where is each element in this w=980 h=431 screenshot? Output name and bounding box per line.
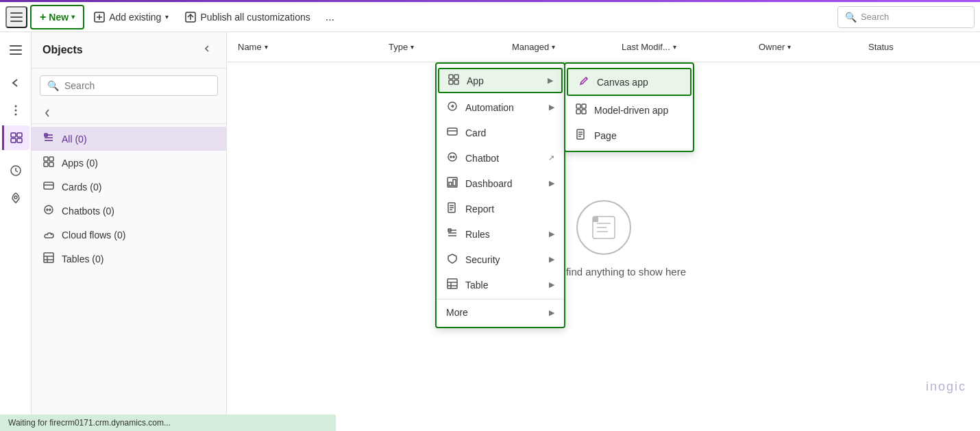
collapse-button[interactable] bbox=[199, 40, 215, 60]
app-menu-icon bbox=[448, 74, 460, 87]
nav-item-cloud-flows[interactable]: Cloud flows (0) bbox=[32, 223, 226, 247]
empty-icon bbox=[576, 200, 631, 255]
dashboard-chevron: ▶ bbox=[549, 179, 554, 188]
svg-rect-24 bbox=[44, 157, 48, 161]
nav-item-tables[interactable]: Tables (0) bbox=[32, 247, 226, 271]
publish-button[interactable]: Publish all customizations bbox=[178, 5, 317, 29]
svg-rect-70 bbox=[576, 110, 580, 114]
strip-rocket[interactable] bbox=[3, 186, 28, 210]
new-button[interactable]: + New ▾ bbox=[30, 5, 84, 29]
main-layout: Objects 🔍 bbox=[0, 32, 980, 415]
menu-item-dashboard[interactable]: Dashboard ▶ bbox=[437, 171, 564, 196]
submenu-canvas-app[interactable]: Canvas app bbox=[567, 68, 691, 96]
card-menu-label: Card bbox=[465, 127, 486, 138]
col-managed[interactable]: Managed ▾ bbox=[512, 42, 594, 52]
app-submenu: Canvas app Model-driven app bbox=[564, 62, 694, 152]
search-magnifier-icon: 🔍 bbox=[845, 12, 857, 23]
security-icon bbox=[446, 253, 458, 266]
col-owner[interactable]: Owner ▾ bbox=[759, 42, 841, 52]
nav-item-apps[interactable]: Apps (0) bbox=[32, 151, 226, 175]
menu-item-card[interactable]: Card bbox=[437, 120, 564, 145]
content-area: Name ▾ Type ▾ Managed ▾ Last Modif... ▾ … bbox=[227, 32, 980, 415]
svg-rect-0 bbox=[10, 12, 23, 14]
submenu-model-driven[interactable]: Model-driven app bbox=[565, 97, 693, 123]
col-modified[interactable]: Last Modif... ▾ bbox=[622, 42, 731, 52]
watermark: inogic bbox=[926, 380, 966, 394]
menu-item-chatbot[interactable]: Chatbot ↗ bbox=[437, 145, 564, 171]
svg-line-67 bbox=[586, 77, 587, 79]
canvas-app-label: Canvas app bbox=[597, 77, 648, 88]
submenu-page[interactable]: Page bbox=[565, 123, 693, 148]
objects-panel: Objects 🔍 bbox=[32, 32, 227, 415]
svg-rect-53 bbox=[449, 182, 452, 186]
cloud-flows-icon bbox=[42, 228, 55, 241]
publish-icon bbox=[185, 12, 196, 23]
rules-label: Rules bbox=[465, 229, 490, 240]
strip-objects[interactable] bbox=[2, 125, 29, 150]
hamburger-button[interactable] bbox=[5, 6, 27, 28]
svg-rect-63 bbox=[448, 279, 457, 288]
svg-point-11 bbox=[14, 106, 16, 108]
plus-icon: + bbox=[40, 11, 46, 23]
col-owner-label: Owner bbox=[759, 42, 785, 52]
col-type[interactable]: Type ▾ bbox=[389, 42, 485, 52]
svg-rect-45 bbox=[454, 80, 458, 84]
menu-item-report[interactable]: Report bbox=[437, 196, 564, 221]
svg-point-30 bbox=[45, 206, 53, 214]
svg-rect-15 bbox=[17, 133, 22, 137]
svg-rect-33 bbox=[44, 253, 53, 262]
more-chevron: ▶ bbox=[549, 308, 554, 317]
search-input[interactable] bbox=[64, 80, 210, 91]
svg-point-13 bbox=[14, 114, 16, 116]
all-icon bbox=[42, 132, 55, 145]
svg-point-50 bbox=[450, 156, 452, 158]
nav-label-all: All (0) bbox=[62, 134, 87, 145]
col-managed-sort: ▾ bbox=[552, 43, 555, 51]
objects-header: Objects bbox=[32, 32, 226, 69]
menu-item-more[interactable]: More ▶ bbox=[437, 301, 564, 324]
security-chevron: ▶ bbox=[549, 255, 554, 264]
table-chevron: ▶ bbox=[549, 280, 554, 289]
nav-item-all[interactable]: All (0) bbox=[32, 127, 226, 151]
svg-point-51 bbox=[453, 156, 454, 158]
svg-point-19 bbox=[14, 196, 17, 199]
menu-item-table[interactable]: Table ▶ bbox=[437, 272, 564, 297]
publish-label: Publish all customizations bbox=[200, 12, 310, 23]
chevron-down-icon: ▾ bbox=[71, 13, 75, 21]
back-nav[interactable] bbox=[32, 103, 226, 124]
col-managed-label: Managed bbox=[512, 42, 549, 52]
nav-item-cards[interactable]: Cards (0) bbox=[32, 175, 226, 199]
svg-point-31 bbox=[47, 209, 48, 210]
dashboard-icon bbox=[446, 177, 458, 190]
add-existing-chevron: ▾ bbox=[165, 13, 169, 21]
strip-history[interactable] bbox=[3, 158, 28, 183]
nav-label-cloud-flows: Cloud flows (0) bbox=[62, 230, 125, 241]
strip-back[interactable] bbox=[3, 71, 28, 95]
col-name[interactable]: Name ▾ bbox=[238, 42, 361, 52]
svg-rect-17 bbox=[17, 138, 22, 143]
nav-item-chatbots[interactable]: Chatbots (0) bbox=[32, 199, 226, 223]
svg-rect-43 bbox=[454, 75, 458, 79]
menu-item-security[interactable]: Security ▶ bbox=[437, 247, 564, 272]
col-type-sort: ▾ bbox=[411, 43, 414, 51]
table-header: Name ▾ Type ▾ Managed ▾ Last Modif... ▾ … bbox=[227, 32, 980, 62]
svg-rect-1 bbox=[10, 16, 23, 18]
menu-item-automation[interactable]: Automation ▶ bbox=[437, 95, 564, 120]
app-menu-label: App bbox=[467, 75, 484, 86]
chatbots-icon bbox=[42, 204, 55, 217]
search-box-icon: 🔍 bbox=[47, 80, 59, 91]
model-driven-icon bbox=[575, 103, 587, 116]
strip-dots[interactable] bbox=[3, 98, 28, 123]
dashboard-label: Dashboard bbox=[465, 178, 513, 189]
menu-item-rules[interactable]: Rules ▶ bbox=[437, 221, 564, 247]
col-type-label: Type bbox=[389, 42, 408, 52]
more-menu-label: More bbox=[446, 307, 468, 318]
more-button[interactable]: ... bbox=[320, 7, 340, 27]
card-icon bbox=[446, 126, 458, 139]
app-submenu-chevron: ▶ bbox=[548, 76, 553, 85]
tables-icon bbox=[42, 252, 55, 265]
menu-item-app[interactable]: App ▶ bbox=[438, 68, 563, 93]
search-box[interactable]: 🔍 bbox=[40, 75, 218, 96]
strip-nav[interactable] bbox=[3, 38, 28, 62]
add-existing-button[interactable]: Add existing ▾ bbox=[87, 5, 175, 29]
